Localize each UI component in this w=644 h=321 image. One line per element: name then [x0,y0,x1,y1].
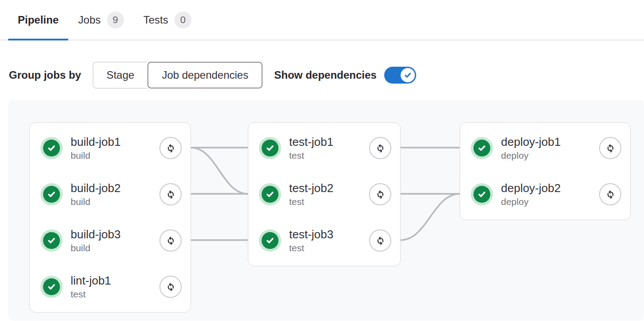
retry-icon [374,235,386,247]
job-name-link[interactable]: test-job1 [289,135,369,149]
status-success-icon [259,137,281,159]
success-check-icon [47,236,56,245]
status-icon-circle [262,232,278,249]
show-dependencies-toggle[interactable] [384,67,416,84]
status-success-icon [259,229,281,252]
job-text: test-job3test [289,227,369,254]
job-name-link[interactable]: test-job3 [289,227,369,242]
job-name-link[interactable]: lint-job1 [71,273,159,288]
job-row-build-job1[interactable]: build-job1build [30,125,191,171]
retry-icon [604,142,616,154]
retry-button[interactable] [369,229,391,252]
tab-tests-label: Tests [143,14,168,26]
job-row-build-job3[interactable]: build-job3build [30,217,191,264]
status-icon-circle [43,232,60,249]
status-icon-circle [43,140,60,156]
job-row-build-job2[interactable]: build-job2build [30,171,191,217]
group-by-job-dependencies-button[interactable]: Job dependencies [147,62,262,88]
status-success-icon [40,276,63,298]
status-icon-circle [473,186,490,203]
job-text: test-job2test [289,181,369,208]
job-stage-label: test [289,196,369,208]
retry-icon [604,189,616,201]
success-check-icon [265,236,275,245]
status-icon-circle [43,186,60,203]
status-icon-circle [43,278,60,295]
job-stage-label: build [71,242,159,254]
retry-icon [374,189,386,201]
tests-count-badge: 0 [175,12,191,28]
group-jobs-by-label: Group jobs by [9,69,81,81]
job-stage-label: build [71,196,159,208]
job-text: deploy-job2deploy [501,181,599,208]
retry-button[interactable] [369,137,391,159]
retry-button[interactable] [159,229,182,252]
pipeline-graph: build-job1buildbuild-job2buildbuild-job3… [8,100,644,321]
job-row-test-job1[interactable]: test-job1test [248,125,400,171]
job-stage-label: deploy [501,149,599,161]
job-row-deploy-job1[interactable]: deploy-job1deploy [460,125,630,171]
success-check-icon [47,189,56,199]
group-jobs-by-segmented-control: Stage Job dependencies [93,62,263,88]
check-icon [403,71,412,80]
status-success-icon [40,229,63,252]
status-success-icon [259,183,281,205]
job-group-card: test-job1testtest-job2testtest-job3test [248,122,401,266]
retry-icon [165,142,177,154]
tab-tests[interactable]: Tests 0 [134,0,201,40]
job-text: build-job3build [71,227,159,254]
job-row-lint-job1[interactable]: lint-job1test [30,264,191,310]
job-text: build-job2build [71,181,159,208]
tab-pipeline-label: Pipeline [18,14,59,26]
job-name-link[interactable]: build-job3 [71,227,159,242]
retry-button[interactable] [369,183,391,205]
status-success-icon [471,137,493,159]
job-text: test-job1test [289,135,369,161]
status-icon-circle [473,140,490,156]
success-check-icon [47,143,56,153]
job-name-link[interactable]: deploy-job1 [501,135,599,149]
success-check-icon [265,143,275,153]
status-success-icon [40,137,63,159]
job-stage-label: deploy [501,196,599,208]
show-dependencies-label: Show dependencies [274,69,377,81]
retry-icon [165,281,177,293]
retry-button[interactable] [599,183,621,205]
job-group-card: build-job1buildbuild-job2buildbuild-job3… [29,122,191,313]
success-check-icon [265,189,275,199]
success-check-icon [477,189,487,199]
job-stage-label: test [71,288,159,300]
job-name-link[interactable]: deploy-job2 [501,181,599,196]
tab-jobs[interactable]: Jobs 9 [68,0,134,40]
group-by-stage-button[interactable]: Stage [93,62,148,88]
jobs-count-badge: 9 [107,12,124,28]
tab-pipeline[interactable]: Pipeline [8,0,68,40]
job-text: lint-job1test [71,273,159,300]
job-group-card: deploy-job1deploydeploy-job2deploy [460,122,631,220]
job-row-test-job3[interactable]: test-job3test [248,217,400,264]
job-stage-label: test [289,149,369,161]
status-success-icon [471,183,493,205]
success-check-icon [477,143,487,153]
retry-icon [165,235,177,247]
retry-button[interactable] [159,137,182,159]
job-row-deploy-job2[interactable]: deploy-job2deploy [460,171,630,217]
job-stage-label: build [71,149,159,161]
retry-button[interactable] [159,276,182,298]
pipeline-tabs: Pipeline Jobs 9 Tests 0 [0,0,644,40]
job-text: build-job1build [71,135,159,161]
status-success-icon [40,183,63,205]
graph-controls: Group jobs by Stage Job dependencies Sho… [9,62,644,88]
job-name-link[interactable]: build-job2 [71,181,159,196]
tab-jobs-label: Jobs [78,14,101,26]
retry-button[interactable] [159,183,182,205]
job-stage-label: test [289,242,369,254]
job-name-link[interactable]: test-job2 [289,181,369,196]
retry-icon [374,142,386,154]
dependency-edge [401,194,460,240]
job-name-link[interactable]: build-job1 [71,135,159,149]
retry-button[interactable] [599,137,621,159]
success-check-icon [47,282,56,292]
job-row-test-job2[interactable]: test-job2test [248,171,400,217]
status-icon-circle [262,140,278,156]
